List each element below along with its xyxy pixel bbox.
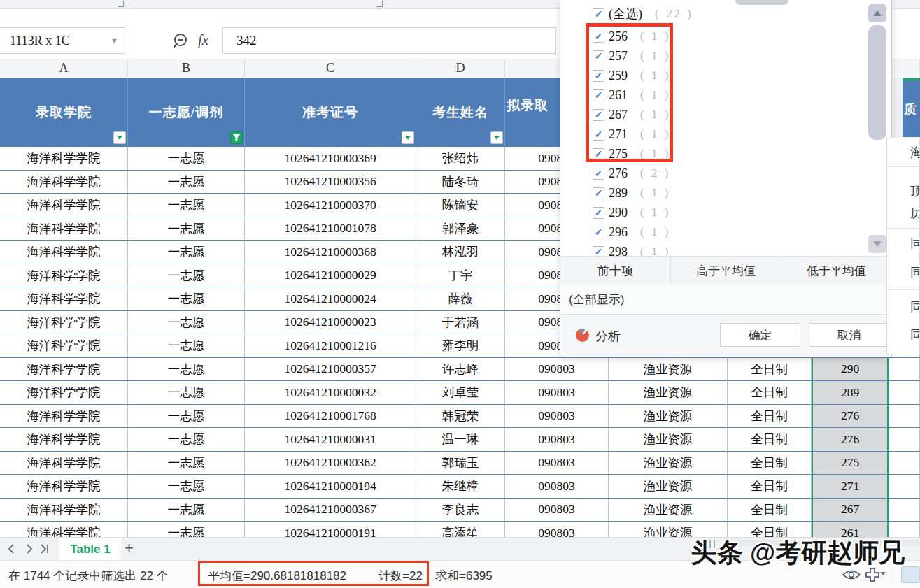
cell-code[interactable]: 090803 (505, 381, 609, 405)
cell-college[interactable]: 海洋科学学院 (0, 499, 128, 522)
cell-choice[interactable]: 一志愿 (128, 428, 245, 452)
ok-button[interactable]: 确定 (720, 323, 800, 347)
quick-filter-button[interactable]: 前十项 (560, 257, 671, 285)
quick-filter-button[interactable]: 高于平均值 (671, 257, 781, 285)
cell-code[interactable]: 090803 (505, 475, 609, 499)
cell-major[interactable]: 渔业资源 (609, 499, 728, 522)
menu-item-fragment[interactable]: 海 (910, 144, 920, 161)
cell-college[interactable]: 海洋科学学院 (0, 522, 128, 537)
cell-ticket[interactable]: 102641210000357 (245, 358, 416, 382)
cell-code[interactable]: 090803 (505, 452, 609, 475)
cell-ticket[interactable]: 102641210001768 (245, 405, 416, 429)
table-row[interactable]: 海洋科学学院一志愿102641210000357许志峰090803渔业资源全日制… (0, 358, 920, 382)
cell-code[interactable]: 090803 (505, 499, 609, 522)
cell-mode[interactable]: 全日制 (728, 405, 812, 429)
show-all-row[interactable]: (全部显示) (560, 285, 891, 314)
cell-empty[interactable] (889, 358, 920, 382)
cell-college[interactable]: 海洋科学学院 (0, 194, 128, 217)
cell-score[interactable]: 276 (812, 428, 889, 452)
cell-empty[interactable] (889, 381, 920, 405)
cell-mode[interactable]: 全日制 (728, 381, 812, 405)
cell-empty[interactable] (889, 522, 920, 537)
filter-item[interactable]: 298( 1 ) (593, 242, 670, 256)
cell-college[interactable]: 海洋科学学院 (0, 358, 128, 382)
cell-college[interactable]: 海洋科学学院 (0, 381, 128, 405)
table-row[interactable]: 海洋科学学院一志愿102641210000194朱继樟090803渔业资源全日制… (0, 475, 920, 499)
filter-list-scrollbar[interactable] (868, 0, 886, 256)
cell-mode[interactable]: 全日制 (728, 475, 812, 499)
cell-name[interactable]: 丁宇 (416, 264, 505, 288)
cell-empty[interactable] (889, 499, 920, 522)
checkbox-checked-icon[interactable] (593, 8, 604, 20)
cell-college[interactable]: 海洋科学学院 (0, 428, 128, 452)
cell-ticket[interactable]: 102641210000023 (245, 311, 416, 335)
last-sheet-icon[interactable] (38, 543, 51, 555)
checkbox-checked-icon[interactable] (593, 227, 604, 238)
checkbox-checked-icon[interactable] (593, 207, 604, 219)
cell-ticket[interactable]: 102641210000191 (245, 522, 416, 537)
cell-mode[interactable]: 全日制 (728, 499, 812, 522)
cell-ticket[interactable]: 102641210000369 (245, 147, 416, 171)
cell-ticket[interactable]: 102641210001078 (245, 217, 416, 241)
menu-item-fragment[interactable]: 顶 (910, 182, 920, 199)
cell-college[interactable]: 海洋科学学院 (0, 287, 128, 311)
cell-ticket[interactable]: 102641210000370 (245, 194, 416, 217)
cell-ticket[interactable]: 102641210000194 (245, 475, 416, 499)
cell-name[interactable]: 陆冬琦 (416, 171, 505, 194)
cell-ticket[interactable]: 102641210000367 (245, 499, 416, 522)
checkbox-checked-icon[interactable] (593, 168, 604, 180)
cell-college[interactable]: 海洋科学学院 (0, 334, 128, 358)
analyze-button[interactable]: 分析 (595, 328, 621, 345)
cell-name[interactable]: 雍李明 (416, 334, 505, 358)
cell-ticket[interactable]: 102641210000362 (245, 452, 416, 475)
cell-choice[interactable]: 一志愿 (128, 522, 245, 537)
cell-empty[interactable] (889, 475, 920, 499)
table-row[interactable]: 海洋科学学院一志愿102641210001768韩冠荣090803渔业资源全日制… (0, 405, 920, 429)
cell-college[interactable]: 海洋科学学院 (0, 452, 128, 475)
cell-ticket[interactable]: 102641210000368 (245, 241, 416, 264)
cell-score[interactable]: 289 (812, 381, 889, 405)
cell-mode[interactable]: 全日制 (728, 358, 812, 382)
cell-choice[interactable]: 一志愿 (128, 264, 245, 288)
ribbon-group-expander-icon[interactable] (376, 1, 383, 7)
cell-choice[interactable]: 一志愿 (128, 311, 245, 335)
chevron-down-icon[interactable]: ▼ (111, 36, 118, 45)
filter-item[interactable]: 276( 2 ) (593, 164, 670, 183)
cell-choice[interactable]: 一志愿 (128, 452, 245, 475)
next-sheet-icon[interactable] (23, 543, 36, 555)
cell-empty[interactable] (889, 452, 920, 475)
filter-item[interactable]: 290( 1 ) (593, 203, 670, 222)
menu-item-fragment[interactable]: 厉 (910, 205, 920, 222)
cell-name[interactable]: 于若涵 (416, 311, 505, 335)
column-letter[interactable]: D (416, 59, 505, 78)
table-row[interactable]: 海洋科学学院一志愿102641210000191高添笙090803渔业资源全日制… (0, 522, 920, 537)
checkbox-checked-icon[interactable] (593, 246, 604, 257)
cell-name[interactable]: 刘卓莹 (416, 381, 505, 405)
cell-college[interactable]: 海洋科学学院 (0, 311, 128, 335)
cell-ticket[interactable]: 102641210000024 (245, 287, 416, 311)
table-row[interactable]: 海洋科学学院一志愿102641210000031温一琳090803渔业资源全日制… (0, 428, 920, 452)
cell-college[interactable]: 海洋科学学院 (0, 147, 128, 171)
cell-score[interactable]: 271 (812, 475, 889, 499)
cell-score[interactable]: 276 (812, 405, 889, 429)
cell-college[interactable]: 海洋科学学院 (0, 217, 128, 241)
menu-item-fragment[interactable]: 同 (910, 235, 920, 252)
cell-major[interactable]: 渔业资源 (609, 522, 728, 537)
column-letter-hidden[interactable] (889, 59, 920, 78)
cell-score[interactable]: 267 (812, 499, 889, 522)
cell-major[interactable]: 渔业资源 (609, 452, 728, 475)
cell-ticket[interactable]: 102641210000029 (245, 264, 416, 288)
cancel-button[interactable]: 取消 (809, 323, 889, 347)
cell-major[interactable]: 渔业资源 (609, 428, 728, 452)
cell-empty[interactable] (889, 428, 920, 452)
cell-college[interactable]: 海洋科学学院 (0, 405, 128, 429)
cell-name[interactable]: 薛薇 (416, 287, 505, 311)
column-letter[interactable]: C (245, 59, 416, 78)
cell-name[interactable]: 郭瑞玉 (416, 452, 505, 475)
cell-ticket[interactable]: 102641210000356 (245, 171, 416, 194)
eye-protection-icon[interactable] (842, 568, 861, 584)
cell-major[interactable]: 渔业资源 (609, 381, 728, 405)
cell-code[interactable]: 090803 (505, 522, 609, 537)
cell-choice[interactable]: 一志愿 (128, 147, 245, 171)
cell-mode[interactable]: 全日制 (728, 522, 812, 537)
